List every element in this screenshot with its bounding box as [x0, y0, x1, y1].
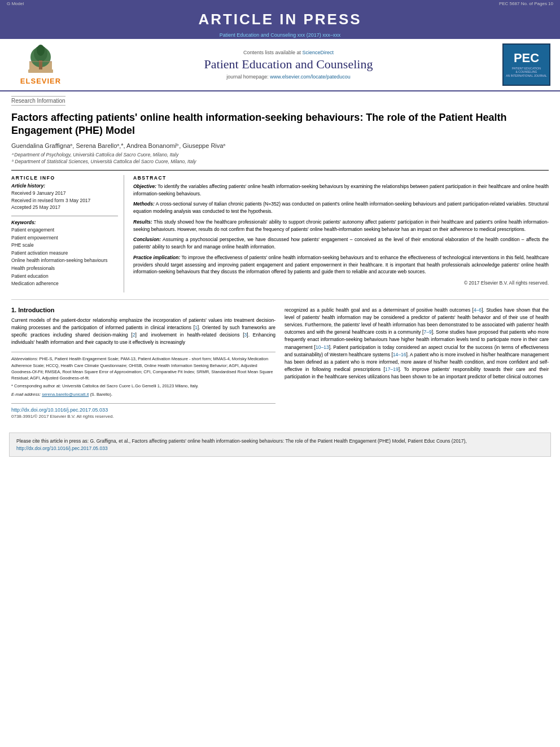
- history-label: Article history:: [11, 183, 118, 189]
- elsevier-tree-icon: [24, 45, 58, 76]
- research-info-label: Research Information: [11, 96, 65, 106]
- footnotes-section: Abbreviations: PHE-S, Patient Health Eng…: [11, 352, 275, 397]
- pec-logo-text: PEC: [514, 51, 539, 65]
- abstract-column: ABSTRACT Objective: To identify the vari…: [133, 175, 549, 292]
- journal-ref-link[interactable]: Patient Education and Counseling xxx (20…: [220, 32, 341, 38]
- issn-text: 0738-3991/© 2017 Elsevier B.V. All right…: [11, 414, 275, 419]
- journal-homepage-link[interactable]: www.elsevier.com/locate/pateducou: [270, 74, 351, 80]
- citation-box: Please cite this article in press as: G.…: [9, 433, 551, 457]
- objective-label: Objective:: [133, 184, 156, 189]
- citation-doi-link[interactable]: http://dx.doi.org/10.1016/j.pec.2017.05.…: [16, 445, 108, 451]
- svg-point-3: [37, 45, 45, 56]
- affiliation-a: ᵃ Department of Psychology, Università C…: [11, 152, 549, 158]
- received-date: Received 9 January 2017: [11, 190, 118, 197]
- keyword-patient-empowerment: Patient empowerment: [11, 234, 118, 242]
- article-info-label: ARTICLE INFO: [11, 175, 118, 181]
- article-history: Article history: Received 9 January 2017…: [11, 183, 118, 211]
- methods-label: Methods:: [133, 201, 155, 207]
- keyword-patient-engagement: Patient engagement: [11, 226, 118, 234]
- g-model-label: G Model: [7, 1, 24, 6]
- keywords-section: Keywords: Patient engagement Patient emp…: [11, 216, 118, 288]
- abstract-section: ABSTRACT Objective: To identify the vari…: [133, 175, 549, 286]
- article-title: Factors affecting patients' online healt…: [11, 111, 549, 138]
- intro-para-2: recognized as a public health goal and a…: [285, 307, 549, 381]
- accepted-date: Accepted 25 May 2017: [11, 204, 118, 211]
- results-label: Results:: [133, 219, 152, 225]
- authors-line: Guendalina Graffignaᵃ, Serena Barelloᵃ,*…: [11, 142, 549, 150]
- journal-title-area: Contents lists available at ScienceDirec…: [80, 50, 497, 80]
- intro-left-column: 1. Introduction Current models of the pa…: [11, 307, 275, 419]
- journal-title: Patient Education and Counseling: [80, 57, 497, 72]
- keyword-medication-adherence: Medication adherence: [11, 280, 118, 288]
- keyword-phe-scale: PHE scale: [11, 242, 118, 250]
- introduction-section: 1. Introduction Current models of the pa…: [11, 307, 549, 419]
- journal-ref-bar: Patient Education and Counseling xxx (20…: [0, 30, 560, 39]
- keyword-online-health: Online health information-seeking behavi…: [11, 257, 118, 265]
- email-link[interactable]: serena.barello@unicatt.it: [42, 392, 89, 397]
- results-text: This study showed how the healthcare pro…: [133, 219, 549, 232]
- intro-para-1: Current models of the patient-doctor rel…: [11, 317, 275, 347]
- intro-right-column: recognized as a public health goal and a…: [285, 307, 549, 419]
- article-content: Research Information Factors affecting p…: [0, 91, 560, 423]
- affiliation-b: ᵇ Department of Statistical Sciences, Un…: [11, 159, 549, 164]
- article-info-abstract-section: ARTICLE INFO Article history: Received 9…: [11, 170, 549, 292]
- abstract-objective: Objective: To identify the variables aff…: [133, 183, 549, 198]
- doi-section: http://dx.doi.org/10.1016/j.pec.2017.05.…: [11, 403, 275, 419]
- corresponding-author-footnote: * Corresponding author at: Università Ca…: [11, 383, 275, 389]
- abstract-results: Results: This study showed how the healt…: [133, 219, 549, 233]
- top-banner: G Model PEC 5687 No. of Pages 10 ARTICLE…: [0, 0, 560, 39]
- svg-rect-5: [28, 69, 53, 73]
- citation-text: Please cite this article in press as: G.…: [16, 438, 467, 444]
- article-in-press-heading: ARTICLE IN PRESS: [0, 7, 560, 30]
- elsevier-logo-area: ELSEVIER: [7, 45, 75, 85]
- objective-text: To identify the variables affecting pati…: [133, 184, 549, 196]
- intro-heading: 1. Introduction: [11, 307, 275, 313]
- keywords-label: Keywords:: [11, 220, 118, 225]
- abstract-methods: Methods: A cross-sectional survey of Ita…: [133, 200, 549, 215]
- conclusion-label: Conclusion:: [133, 237, 161, 242]
- pec-logo-area: PEC PATIENT EDUCATION& COUNSELINGAN INTE…: [502, 43, 553, 86]
- elsevier-wordmark: ELSEVIER: [20, 77, 61, 85]
- conclusion-text: Assuming a psychosocial perspective, we …: [133, 237, 549, 250]
- keyword-health-professionals: Health professionals: [11, 265, 118, 273]
- revised-date: Received in revised form 3 May 2017: [11, 197, 118, 204]
- practice-label: Practice implication:: [133, 255, 180, 260]
- pec-logo-subtitle: PATIENT EDUCATION& COUNSELINGAN INTERNAT…: [505, 65, 548, 79]
- keyword-patient-education: Patient education: [11, 273, 118, 281]
- email-footnote: E-mail address: serena.barello@unicatt.i…: [11, 391, 275, 397]
- abbreviations-footnote: Abbreviations: PHE-S, Patient Health Eng…: [11, 356, 275, 381]
- article-info-column: ARTICLE INFO Article history: Received 9…: [11, 175, 124, 292]
- section-divider: [11, 299, 549, 300]
- abstract-practice: Practice implication: To improve the eff…: [133, 254, 549, 276]
- abstract-label: ABSTRACT: [133, 175, 549, 181]
- journal-header: ELSEVIER Contents lists available at Sci…: [0, 39, 560, 91]
- copyright-line: © 2017 Elsevier B.V. All rights reserved…: [133, 280, 549, 286]
- journal-homepage-text: journal homepage: www.elsevier.com/locat…: [80, 74, 497, 80]
- doi-link[interactable]: http://dx.doi.org/10.1016/j.pec.2017.05.…: [11, 407, 108, 413]
- contents-available-text: Contents lists available at ScienceDirec…: [80, 50, 497, 55]
- practice-text: To improve the effectiveness of patients…: [133, 255, 549, 275]
- sciencedirect-link[interactable]: ScienceDirect: [303, 50, 334, 55]
- methods-text: A cross-sectional survey of Italian chro…: [133, 201, 549, 214]
- keyword-patient-activation: Patient activation measure: [11, 250, 118, 257]
- abstract-conclusion: Conclusion: Assuming a psychosocial pers…: [133, 236, 549, 251]
- pec-no-label: PEC 5687 No. of Pages 10: [499, 1, 553, 6]
